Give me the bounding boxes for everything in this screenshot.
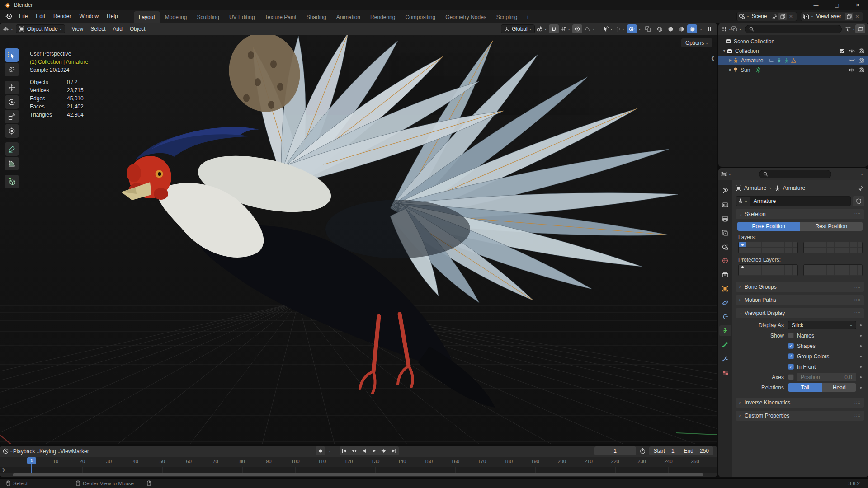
tab-view-layer[interactable] [719,227,731,238]
editor-type-button[interactable]: ⌄ [3,24,14,33]
layer-cell[interactable] [850,270,858,276]
relations-head-button[interactable]: Head [822,383,857,392]
layer-cell[interactable] [754,265,762,270]
expand-triangle-icon[interactable]: ▶ [728,58,733,62]
sun-label[interactable]: Sun [741,67,750,73]
mode-dropdown[interactable]: Object Mode ⌄ [16,24,66,33]
layer-cell[interactable] [754,242,762,248]
overlays-toggle[interactable] [627,24,637,33]
workspace-tab-animation[interactable]: Animation [331,11,365,23]
workspace-tab-rendering[interactable]: Rendering [365,11,400,23]
gizmos-dropdown[interactable]: ⌄ [615,24,625,33]
layer-cell[interactable] [811,242,819,248]
layer-cell[interactable] [762,242,769,248]
new-collection-button[interactable] [855,24,865,33]
layer-cell[interactable] [793,242,798,248]
hide-eye-icon[interactable] [849,49,855,53]
options-dropdown[interactable]: Options ⌄ [681,38,712,47]
tab-object-data-armature[interactable] [719,325,731,336]
protected-block-2[interactable] [803,264,863,276]
relations-tail-button[interactable]: Tail [788,383,822,392]
properties-search-input[interactable] [759,170,831,178]
shading-material-button[interactable] [676,24,686,33]
timeline-ruler[interactable]: 1020304050607080901001101201301401501601… [0,457,717,467]
timeline-channels[interactable] [0,467,717,473]
layer-cell[interactable] [827,270,835,276]
layer-cell[interactable] [819,270,827,276]
layer-cell[interactable] [804,242,811,248]
datablock-type-dropdown[interactable]: ⌄ [736,196,750,206]
layer-cell[interactable] [819,248,827,253]
object-type-visibility-dropdown[interactable]: ⌄ [603,24,613,33]
outliner-row-armature[interactable]: ▶ Armature [718,56,868,65]
tab-bone[interactable] [719,339,731,350]
layer-cell[interactable] [746,242,754,248]
unlink-scene-button[interactable]: ✕ [787,13,795,20]
layer-cell[interactable] [858,265,863,270]
menu-window[interactable]: Window [75,10,103,23]
layer-cell[interactable] [785,265,793,270]
layer-cell[interactable] [835,242,842,248]
add-workspace-button[interactable]: + [523,11,533,23]
tool-annotate[interactable] [5,142,19,156]
outliner-editor-type-button[interactable]: ⌄ [721,24,731,33]
proportional-editing-toggle[interactable] [572,24,582,33]
tab-constraints[interactable] [719,311,731,322]
pivot-point-dropdown[interactable]: ⌄ [537,24,547,33]
layer-cell[interactable] [850,248,858,253]
layer-cell[interactable] [835,270,842,276]
timeline-scrollbar[interactable] [13,473,703,476]
axes-checkbox[interactable] [788,374,794,380]
tab-world[interactable] [719,255,731,266]
play-button[interactable] [369,446,379,455]
layer-cell[interactable] [842,242,850,248]
new-viewlayer-button[interactable] [845,13,853,20]
layers-block-1[interactable] [738,242,798,253]
workspace-tab-geometry-nodes[interactable]: Geometry Nodes [440,11,491,23]
display-as-dropdown[interactable]: Stick ⌄ [788,321,856,329]
checkbox-shapes[interactable]: ✓ [788,343,794,349]
timeline-menu-keying[interactable]: Keying⌄ [39,448,60,455]
play-reverse-button[interactable] [359,446,369,455]
workspace-tab-texture-paint[interactable]: Texture Paint [260,11,302,23]
timeline-menu-playback[interactable]: Playback⌄ [13,448,39,455]
timeline-menu-view[interactable]: View [61,448,72,455]
layer-cell[interactable] [739,265,746,270]
hide-eye-icon[interactable] [849,68,855,72]
auto-keying-record-button[interactable] [316,446,325,455]
layer-cell[interactable] [858,242,863,248]
timeline-editor-type-button[interactable]: ⌄ [3,447,13,456]
workspace-tab-scripting[interactable]: Scripting [491,11,523,23]
expand-triangle-icon[interactable]: ▶ [728,68,733,72]
section-skeleton[interactable]: ⌄ Skeleton ∷∷ [736,209,864,219]
scene-selector[interactable]: ⌄ Scene ✕ [736,12,797,21]
layer-cell[interactable] [769,270,777,276]
menu-render[interactable]: Render [49,10,75,23]
layer-cell[interactable] [769,248,777,253]
animate-dot[interactable] [860,324,862,326]
tab-physics[interactable] [719,297,731,308]
close-button[interactable]: ✕ [847,0,868,10]
tool-rotate[interactable] [5,95,19,109]
xray-toggle[interactable] [643,24,653,33]
previous-keyframe-button[interactable] [349,446,359,455]
layer-cell[interactable] [811,248,819,253]
sidebar-toggle-arrow[interactable]: ❮ [711,55,716,61]
tool-select-box[interactable] [5,48,19,62]
tool-transform[interactable] [5,124,19,138]
layer-cell[interactable] [858,270,863,276]
scene-name[interactable]: Scene [749,13,770,19]
layers-block-2[interactable] [803,242,863,253]
jump-to-start-button[interactable] [340,446,349,455]
pose-position-button[interactable]: Pose Position [737,222,800,231]
tab-scene[interactable] [719,241,731,252]
section-custom-properties[interactable]: › Custom Properties ∷∷ [736,411,864,421]
animate-dot[interactable] [860,345,862,347]
layer-cell[interactable] [739,248,746,253]
layer-cell[interactable] [793,265,798,270]
layer-cell[interactable] [819,265,827,270]
snap-toggle[interactable] [549,24,559,33]
animate-dot[interactable] [860,376,862,378]
layer-cell[interactable] [777,265,785,270]
viewport-menu-select[interactable]: Select [87,23,109,35]
